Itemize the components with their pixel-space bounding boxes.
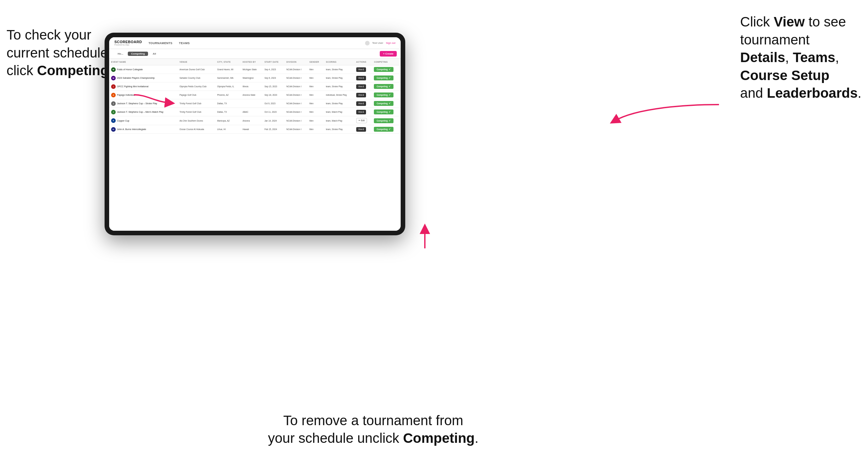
gender-cell: Men <box>308 108 324 116</box>
division-cell: NCAA Division I <box>284 65 307 74</box>
tab-competing[interactable]: Competing <box>128 52 148 56</box>
division-cell: NCAA Division I <box>284 99 307 108</box>
venue-cell: Olympia Fields Country Club <box>178 82 215 91</box>
create-button[interactable]: + Create <box>380 51 397 57</box>
division-cell: NCAA Division I <box>284 91 307 99</box>
col-scoring: SCORING <box>324 59 354 65</box>
gender-cell: Men <box>308 82 324 91</box>
competing-button[interactable]: Competing ✓ <box>374 84 394 89</box>
start-date-cell: Oct 11, 2023 <box>262 108 284 116</box>
col-venue: VENUE <box>178 59 215 65</box>
city-state-cell: Maricopa, AZ <box>215 116 241 125</box>
division-cell: NCAA Division I <box>284 108 307 116</box>
competing-button[interactable]: Competing ✓ <box>374 92 394 97</box>
table-row: I OFCC Fighting Illini Invitational Olym… <box>109 82 401 91</box>
actions-cell: View ℹ <box>354 74 372 82</box>
table-header-row: EVENT NAME VENUE CITY, STATE HOSTED BY S… <box>109 59 401 65</box>
competing-button[interactable]: Competing ✓ <box>374 118 394 123</box>
competing-cell: Competing ✓ <box>372 74 401 82</box>
city-state-cell: Lihue, HI <box>215 125 241 134</box>
competing-button[interactable]: Competing ✓ <box>374 67 394 72</box>
col-event-name: EVENT NAME <box>109 59 178 65</box>
nav-teams[interactable]: TEAMS <box>179 41 190 45</box>
event-name-cell: W 2023 Sahalee Players Championship <box>109 74 178 82</box>
city-state-cell: Olympia Fields, IL <box>215 82 241 91</box>
hosted-by-cell <box>241 99 262 108</box>
actions-cell: View ℹ <box>354 99 372 108</box>
col-competing: COMPETING <box>372 59 401 65</box>
scoring-cell: team, Stroke Play <box>324 125 354 134</box>
event-name-cell: H John A. Burns Intercollegiate <box>109 125 178 134</box>
venue-cell: Sahalee Country Club <box>178 74 215 82</box>
annotation-top-right: Click View to see tournament Details, Te… <box>740 13 862 102</box>
table-row: H John A. Burns Intercollegiate Ocean Co… <box>109 125 401 134</box>
venue-cell: Trinity Forest Golf Club <box>178 99 215 108</box>
table-body: M Folds of Honor Collegiate American Dun… <box>109 65 401 134</box>
competing-button[interactable]: Competing ✓ <box>374 127 394 132</box>
scoring-cell: team, Stroke Play <box>324 99 354 108</box>
city-state-cell: Phoenix, AZ <box>215 91 241 99</box>
tablet-frame: SCOREBOARD Powered by clipp TOURNAMENTS … <box>104 33 405 235</box>
gender-cell: Men <box>308 125 324 134</box>
gender-cell: Men <box>308 91 324 99</box>
col-gender: GENDER <box>308 59 324 65</box>
edit-button[interactable]: ✏ Edit <box>356 118 367 123</box>
view-button[interactable]: View ℹ <box>356 101 366 106</box>
competing-cell: Competing ✓ <box>372 65 401 74</box>
scoring-cell: team, Stroke Play <box>324 74 354 82</box>
view-button[interactable]: View ℹ <box>356 67 366 72</box>
event-name-cell: J Jackson T. Stephens Cup – Stroke Play <box>109 99 178 108</box>
col-actions: ACTIONS <box>354 59 372 65</box>
competing-button[interactable]: Competing ✓ <box>374 101 394 106</box>
table-row: J Jackson T. Stephens Cup – Stroke Play … <box>109 99 401 108</box>
venue-cell: American Dunes Golf Club <box>178 65 215 74</box>
competing-cell: Competing ✓ <box>372 125 401 134</box>
user-icon <box>365 41 370 45</box>
table-row: J Jackson T. Stephens Cup – Men's Match … <box>109 108 401 116</box>
venue-cell: Papago Golf Club <box>178 91 215 99</box>
start-date-cell: Sep 4, 2023 <box>262 65 284 74</box>
view-button[interactable]: View ℹ <box>356 110 366 114</box>
view-button[interactable]: View ℹ <box>356 76 366 81</box>
scoreboard-logo: SCOREBOARD Powered by clipp <box>114 40 142 46</box>
actions-cell: View ℹ <box>354 108 372 116</box>
hosted-by-cell: Michigan State <box>241 65 262 74</box>
annotation-top-left: To check your current schedule, click Co… <box>6 26 113 80</box>
gender-cell: Men <box>308 74 324 82</box>
view-button[interactable]: View ℹ <box>356 84 366 89</box>
scoring-cell: team, Stroke Play <box>324 82 354 91</box>
event-name-cell: M Folds of Honor Collegiate <box>109 65 178 74</box>
tab-all[interactable]: All <box>149 52 159 56</box>
actions-cell: ✏ Edit <box>354 116 372 125</box>
venue-cell: Ak-Chin Southern Dunes <box>178 116 215 125</box>
tab-host[interactable]: Ho... <box>114 52 126 56</box>
hosted-by-cell: Arizona State <box>241 91 262 99</box>
competing-button[interactable]: Competing ✓ <box>374 110 394 114</box>
city-state-cell: Sammamish, WA <box>215 74 241 82</box>
division-cell: NCAA Division I <box>284 74 307 82</box>
scoring-cell: individual, Stroke Play <box>324 91 354 99</box>
table-row: M Folds of Honor Collegiate American Dun… <box>109 65 401 74</box>
competing-cell: Competing ✓ <box>372 82 401 91</box>
table-row: A Copper Cup Ak-Chin Southern DunesMaric… <box>109 116 401 125</box>
nav-bar: SCOREBOARD Powered by clipp TOURNAMENTS … <box>109 37 401 49</box>
city-state-cell: Dallas, TX <box>215 99 241 108</box>
col-start-date: START DATE <box>262 59 284 65</box>
view-button[interactable]: View ℹ <box>356 127 366 132</box>
city-state-cell: Dallas, TX <box>215 108 241 116</box>
venue-cell: Ocean Course At Hokuala <box>178 125 215 134</box>
hosted-by-cell: Illinois <box>241 82 262 91</box>
nav-tournaments[interactable]: TOURNAMENTS <box>148 41 172 45</box>
competing-button[interactable]: Competing ✓ <box>374 75 394 81</box>
actions-cell: View ℹ <box>354 91 372 99</box>
table-row: W 2023 Sahalee Players Championship Saha… <box>109 74 401 82</box>
start-date-cell: Jan 14, 2024 <box>262 116 284 125</box>
nav-sign-out[interactable]: Sign out <box>386 41 396 44</box>
hosted-by-cell: Washington <box>241 74 262 82</box>
view-button[interactable]: View ℹ <box>356 93 366 97</box>
actions-cell: View ℹ <box>354 125 372 134</box>
col-division: DIVISION <box>284 59 307 65</box>
col-city-state: CITY, STATE <box>215 59 241 65</box>
event-name-cell: A Papago Individual <box>109 91 178 99</box>
event-name-cell: I OFCC Fighting Illini Invitational <box>109 82 178 91</box>
